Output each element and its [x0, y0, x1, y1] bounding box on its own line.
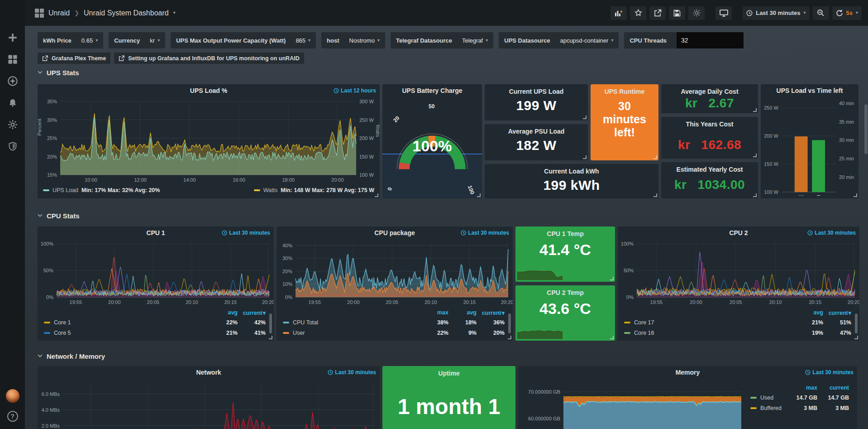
dashboard-content: kWh Price 0.65▾ Currency kr▾ UPS Max Out…	[25, 26, 868, 429]
help-icon[interactable]	[7, 411, 18, 422]
legend-col-current[interactable]: current	[823, 309, 851, 316]
clock-icon	[334, 88, 339, 93]
legend-col-max[interactable]: max	[420, 309, 448, 316]
legend-row[interactable]: Used14.7 GB14.7 GB	[750, 392, 849, 403]
axis-tick-label: 0%	[277, 294, 292, 300]
legend-col-avg[interactable]: avg	[210, 309, 238, 316]
panel-ups-runtime: UPS Runtime 30 minutes left!	[591, 84, 658, 160]
axis-tick-label: 20:00	[108, 299, 121, 305]
legend-scrollbar[interactable]	[269, 313, 272, 333]
dashboard-settings-button[interactable]	[688, 6, 705, 20]
legend-col-current[interactable]: current	[817, 385, 849, 391]
legend-col-avg[interactable]: avg	[795, 309, 823, 316]
link-grafana-plex-theme[interactable]: Grafana Plex Theme	[38, 53, 110, 64]
legend-col-max[interactable]: max	[786, 385, 817, 391]
share-button[interactable]	[649, 6, 666, 20]
alerting-bell-icon[interactable]	[8, 98, 18, 108]
panel-title[interactable]: CPU package	[374, 229, 415, 236]
section-cpu-stats[interactable]: CPU Stats	[38, 210, 863, 221]
create-plus-icon[interactable]	[8, 33, 18, 43]
panel-title[interactable]: UPS Load %	[190, 87, 227, 94]
stat-value: 41.4 °C	[539, 241, 591, 259]
axis-tick-label: 4.0 MBs	[38, 407, 60, 413]
page-scrollbar[interactable]	[864, 27, 868, 427]
breadcrumb-caret-icon[interactable]: ▾	[173, 10, 176, 15]
ups-load-chart[interactable]: 10:0012:0014:0016:0018:0020:0035%30%25%2…	[38, 97, 380, 185]
axis-tick-label: 30%	[277, 255, 292, 261]
cpu1-chart[interactable]: 19:5520:0020:0520:1020:1520:20100%50%0%	[38, 239, 274, 307]
axis-tick-label: 40 min	[839, 101, 854, 106]
gauge-value: 100%	[413, 137, 452, 155]
legend-row[interactable]: CPU Total38%18%36%	[283, 317, 505, 328]
panel-title[interactable]: UPS Battery Charge	[402, 87, 462, 94]
cpu-package-chart[interactable]: 19:5520:0020:0520:1020:1520:2040%30%20%1…	[277, 239, 513, 307]
legend-row[interactable]: Buffered3 MB3 MB	[750, 403, 849, 413]
variable-host[interactable]: host Nostromo▾	[321, 32, 385, 48]
panel-time-range[interactable]: Last 30 minutes	[222, 230, 270, 236]
memory-chart[interactable]: 70.000000 GB60.000000 GB50.000000 GB	[518, 379, 744, 429]
variable-telegraf-datasource[interactable]: Telegraf Datasource Telegraf▾	[391, 32, 493, 48]
panel-time-range[interactable]: Last 30 minutes	[805, 369, 854, 376]
panel-cpu2: CPU 2 Last 30 minutes 19:5520:0020:0520:…	[618, 227, 859, 341]
legend-col-current[interactable]: current	[238, 309, 266, 316]
admin-shield-icon[interactable]	[8, 141, 18, 151]
cpu-threads-input[interactable]	[677, 32, 744, 48]
panel-title[interactable]: CPU 1	[146, 229, 165, 236]
legend-row[interactable]: User22%9%20%	[283, 328, 505, 338]
panel-average-psu-load: Average PSU Load 182 W	[485, 124, 588, 160]
time-range-picker[interactable]: Last 30 minutes ▾	[743, 6, 809, 20]
legend-col-avg[interactable]: avg	[448, 309, 477, 316]
explore-compass-icon[interactable]	[8, 76, 18, 86]
legend-scrollbar[interactable]	[508, 313, 511, 333]
cpu2-chart[interactable]: 19:5520:0020:0520:1020:1520:20100%50%0%	[618, 239, 859, 307]
variable-ups-datasource[interactable]: UPS Datasource apcupsd-container▾	[499, 32, 619, 48]
stat-value: 30 minutes left!	[591, 100, 658, 139]
breadcrumb-page[interactable]: Unraid System Dashboard	[84, 9, 169, 17]
add-panel-button[interactable]	[610, 6, 627, 20]
panel-time-range[interactable]: Last 12 hours	[334, 87, 376, 94]
refresh-interval-label[interactable]: 5s	[846, 10, 853, 16]
panel-time-range[interactable]: Last 30 minutes	[328, 369, 376, 376]
panel-cpu1: CPU 1 Last 30 minutes 19:5520:0020:0520:…	[38, 227, 274, 341]
legend-item[interactable]: Watts Min: 148 W Max: 278 W Avg: 175 W	[254, 187, 374, 193]
panel-time-range[interactable]: Last 30 minutes	[807, 230, 856, 236]
panel-title[interactable]: Network	[196, 369, 221, 376]
legend-row[interactable]: Core 1619%47%	[624, 328, 851, 338]
legend-item[interactable]: UPS Load Min: 17% Max: 32% Avg: 20%	[43, 187, 160, 193]
variable-currency[interactable]: Currency kr▾	[109, 32, 165, 48]
user-avatar[interactable]	[6, 389, 19, 403]
axis-tick-label: 200 W	[761, 133, 778, 139]
panel-title[interactable]: UPS Load vs Time left	[777, 87, 843, 94]
legend-row[interactable]: Core 122%42%	[44, 317, 266, 328]
legend-scrollbar[interactable]	[855, 313, 858, 333]
ups-load-vs-time-bar-chart[interactable]: 250 W200 W150 W100 W40 min35 min30 min25…	[761, 97, 858, 196]
save-button[interactable]	[669, 6, 685, 20]
axis-tick-label: 100 W	[359, 172, 374, 178]
variable-kwh-price[interactable]: kWh Price 0.65▾	[38, 32, 103, 48]
cycle-view-monitor-button[interactable]	[715, 6, 732, 20]
legend-row[interactable]: Core 521%41%	[44, 328, 266, 338]
scrollbar-thumb[interactable]	[864, 104, 868, 154]
network-chart[interactable]: 6.0 MBs4.0 MBs2.0 MBs	[38, 379, 380, 429]
breadcrumb-app[interactable]: Unraid	[48, 9, 70, 17]
link-ups-monitoring-guide[interactable]: Setting up Grafana and InfluxDB for UPS …	[114, 53, 304, 64]
stat-value: 199 kWh	[543, 178, 600, 193]
panel-title[interactable]: Memory	[676, 369, 700, 376]
configuration-gear-icon[interactable]	[8, 120, 18, 130]
legend-col-current[interactable]: current	[477, 309, 505, 316]
refresh-button[interactable]: 5s ▾	[832, 6, 862, 20]
section-network-memory[interactable]: Network / Memory	[38, 351, 863, 362]
panel-time-range[interactable]: Last 30 minutes	[461, 230, 509, 236]
axis-tick-label: 15%	[38, 172, 57, 178]
variable-ups-max-output[interactable]: UPS Max Output Power Capacity (Watt) 865…	[171, 32, 316, 48]
axis-tick-label: 18:00	[282, 177, 295, 183]
temp-sparkline	[517, 325, 563, 339]
star-button[interactable]	[630, 6, 646, 20]
section-ups-stats[interactable]: UPS Stats	[38, 67, 863, 78]
panel-title[interactable]: CPU 2	[729, 229, 748, 236]
dashboards-icon[interactable]	[8, 54, 18, 64]
zoom-out-button[interactable]	[813, 6, 829, 20]
legend-row[interactable]: Core 1721%51%	[624, 317, 851, 328]
refresh-caret-icon[interactable]: ▾	[856, 10, 858, 15]
chevron-down-icon	[38, 214, 43, 217]
